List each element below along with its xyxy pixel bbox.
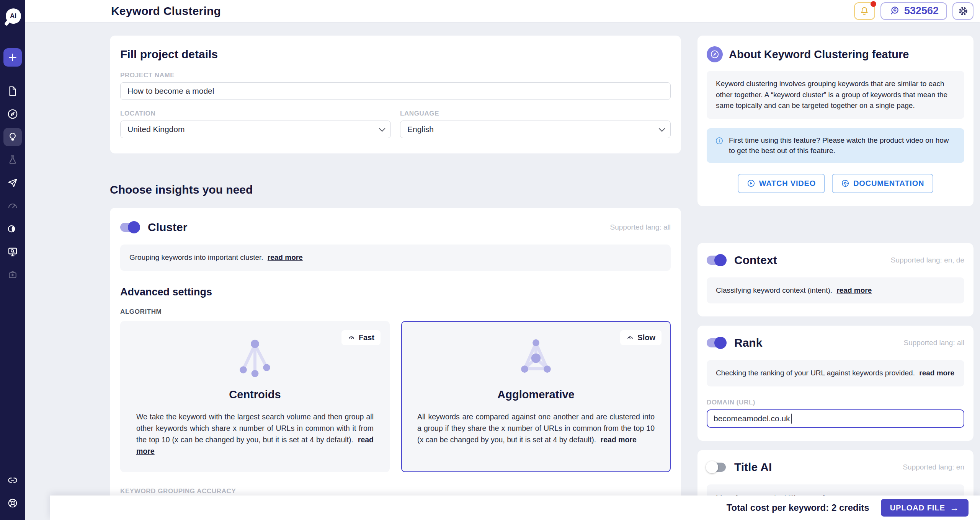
- algorithm-option-centroids[interactable]: Fast Centroi: [120, 321, 390, 473]
- lifebuoy-icon: [7, 497, 18, 509]
- context-description-box: Classifying keyword context (intent). re…: [707, 277, 964, 304]
- toggle-knob: [706, 461, 718, 473]
- sidebar-item-contrast[interactable]: [3, 220, 22, 238]
- lightbulb-icon: [7, 131, 18, 143]
- header-actions: 532562: [854, 2, 973, 20]
- documentation-icon: [841, 179, 849, 187]
- speed-badge-label: Fast: [359, 333, 374, 342]
- sidebar-item-campaigns[interactable]: [3, 174, 22, 192]
- sidebar-item-support[interactable]: [3, 494, 22, 512]
- info-icon: [715, 137, 724, 145]
- sidebar-item-performance[interactable]: [3, 197, 22, 215]
- sidebar-item-documents[interactable]: [3, 82, 22, 100]
- algorithm-option-agglomerative[interactable]: Slow Agglome: [401, 321, 671, 473]
- domain-url-label: DOMAIN (URL): [707, 399, 964, 406]
- flask-icon: [7, 154, 18, 166]
- first-time-tip: First time using this feature? Please wa…: [707, 128, 964, 163]
- agglomerative-description: All keywords are compared against one an…: [417, 411, 655, 446]
- first-time-tip-text: First time using this feature? Please wa…: [729, 135, 956, 156]
- bottom-action-bar: Total cost per keyword: 2 credits UPLOAD…: [50, 496, 980, 520]
- context-title: Context: [734, 254, 777, 267]
- about-description: Keyword clustering involves grouping key…: [707, 71, 964, 119]
- content-pane: Keyword Clustering 532562 Fill project d…: [25, 0, 980, 520]
- main-scroll-area: Fill project details PROJECT NAME LOCATI…: [25, 22, 980, 520]
- watch-video-button[interactable]: WATCH VIDEO: [738, 174, 825, 193]
- rank-description-box: Checking the ranking of your URL against…: [707, 360, 964, 386]
- cluster-supported-lang: Supported lang: all: [610, 223, 671, 231]
- location-label: LOCATION: [120, 110, 155, 117]
- grouping-accuracy-label: KEYWORD GROUPING ACCURACY: [120, 487, 236, 495]
- toggle-knob: [714, 254, 727, 266]
- documentation-button[interactable]: DOCUMENTATION: [832, 174, 933, 193]
- language-label: LANGUAGE: [400, 110, 439, 117]
- cluster-settings-card: Cluster Supported lang: all Grouping key…: [110, 208, 681, 520]
- agglomerative-read-more-link[interactable]: read more: [601, 435, 637, 444]
- arrow-right-icon: →: [950, 502, 959, 513]
- agglomerative-title: Agglomerative: [417, 388, 655, 401]
- rank-supported-lang: Supported lang: all: [904, 339, 964, 347]
- toggle-knob: [128, 221, 140, 233]
- context-description: Classifying keyword context (intent).: [716, 286, 832, 294]
- app-logo[interactable]: AI: [4, 8, 21, 26]
- bell-icon: [859, 6, 870, 16]
- link-icon: [7, 474, 18, 486]
- speedometer-icon: [626, 334, 634, 341]
- sidebar-item-stack[interactable]: [3, 266, 22, 284]
- cluster-toggle[interactable]: [120, 223, 139, 232]
- context-toggle[interactable]: [707, 256, 726, 265]
- upload-file-button[interactable]: UPLOAD FILE →: [881, 499, 969, 517]
- sidebar-item-explore[interactable]: [3, 105, 22, 123]
- domain-url-input[interactable]: becomeamodel.co.uk: [707, 409, 964, 428]
- project-name-input[interactable]: [120, 82, 671, 100]
- sidebar-item-keyword-tools[interactable]: [3, 128, 22, 146]
- centroids-description-text: We take the keyword with the largest sea…: [136, 412, 374, 444]
- toggle-knob: [714, 337, 727, 349]
- rank-card: Rank Supported lang: all Checking the ra…: [697, 326, 973, 441]
- rank-description: Checking the ranking of your URL against…: [716, 369, 915, 377]
- notifications-button[interactable]: [854, 2, 875, 20]
- about-header: About Keyword Clustering feature: [707, 46, 964, 62]
- insights-heading: Choose insights you need: [110, 183, 681, 196]
- advanced-settings-heading: Advanced settings: [120, 286, 671, 298]
- cluster-description: Grouping keywords into important cluster…: [129, 253, 263, 261]
- top-bar: Keyword Clustering 532562: [25, 0, 980, 22]
- gear-icon: [957, 5, 969, 17]
- algorithm-options: Fast Centroi: [120, 321, 671, 473]
- document-icon: [7, 85, 18, 97]
- new-project-button[interactable]: [3, 48, 22, 67]
- sidebar-item-lab[interactable]: [3, 151, 22, 169]
- sidebar-item-site-audit[interactable]: [3, 243, 22, 261]
- logo-bubble: AI: [6, 8, 21, 24]
- centroids-description: We take the keyword with the largest sea…: [136, 411, 374, 457]
- title-ai-toggle[interactable]: [707, 463, 726, 472]
- cluster-toggle-row: Cluster Supported lang: all: [120, 221, 671, 234]
- credits-coin-icon: [889, 5, 900, 17]
- chevron-down-icon: [659, 125, 665, 132]
- right-column: About Keyword Clustering feature Keyword…: [697, 36, 973, 520]
- speedometer-icon: [348, 334, 355, 341]
- algorithm-label: ALGORITHM: [120, 308, 671, 316]
- rank-read-more-link[interactable]: read more: [919, 369, 954, 377]
- agglomerative-diagram-icon: [417, 336, 655, 382]
- notification-badge: [871, 1, 876, 7]
- language-select[interactable]: English: [400, 121, 671, 138]
- sidebar-item-integrations[interactable]: [3, 471, 22, 489]
- speed-badge-slow: Slow: [620, 330, 662, 345]
- context-card: Context Supported lang: en, de Classifyi…: [697, 243, 973, 317]
- location-select[interactable]: United Kingdom: [120, 121, 391, 138]
- settings-button[interactable]: [952, 2, 973, 20]
- documentation-label: DOCUMENTATION: [853, 179, 924, 188]
- location-field: LOCATION United Kingdom: [120, 110, 391, 138]
- rank-toggle[interactable]: [707, 338, 726, 347]
- stack-plus-icon: [7, 269, 18, 280]
- about-feature-card: About Keyword Clustering feature Keyword…: [697, 36, 973, 206]
- context-read-more-link[interactable]: read more: [836, 286, 872, 294]
- cluster-read-more-link[interactable]: read more: [268, 253, 303, 261]
- credits-button[interactable]: 532562: [880, 2, 947, 20]
- project-details-card: Fill project details PROJECT NAME LOCATI…: [110, 36, 681, 153]
- page-title: Keyword Clustering: [111, 5, 221, 18]
- domain-url-value: becomeamodel.co.uk: [714, 414, 790, 423]
- monitor-search-icon: [7, 246, 18, 258]
- speed-badge-fast: Fast: [341, 330, 381, 345]
- upload-file-label: UPLOAD FILE: [890, 504, 945, 512]
